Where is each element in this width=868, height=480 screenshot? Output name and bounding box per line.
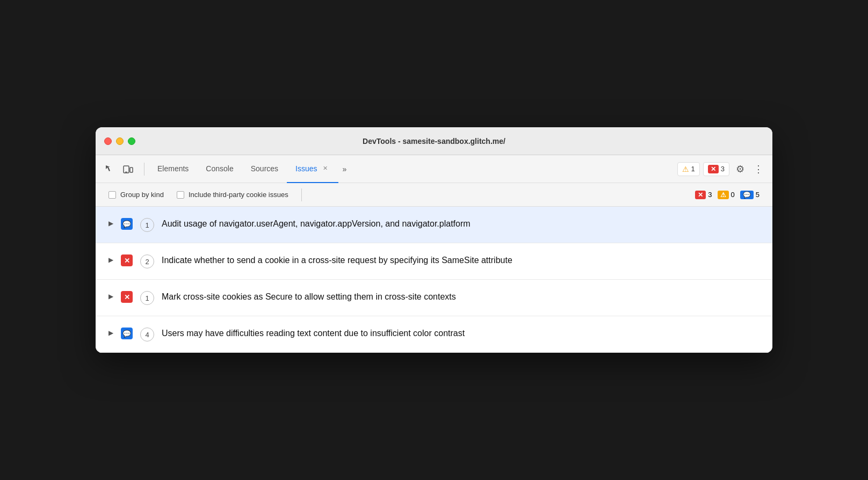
tab-elements[interactable]: Elements [149,155,197,183]
info-badge-count: 5 [756,191,760,199]
issue-type-icon: ✕ [121,254,133,266]
issue-row[interactable]: ▶ ✕ 2 Indicate whether to send a cookie … [96,243,772,280]
traffic-lights [104,137,135,145]
tab-issues-close[interactable]: ✕ [321,164,330,173]
tab-bar: Elements Console Sources Issues ✕ » [149,155,677,183]
title-bar: DevTools - samesite-sandbox.glitch.me/ [96,127,772,155]
issue-row[interactable]: ▶ ✕ 1 Mark cross-site cookies as Secure … [96,280,772,316]
warning-badge-button[interactable]: ⚠ 1 [677,162,700,176]
filter-divider [301,188,302,201]
third-party-checkbox[interactable] [177,191,184,199]
issue-count-badge: 1 [140,291,154,305]
error-badge-button[interactable]: ✕ 3 [703,162,729,176]
expand-icon: ▶ [108,220,113,227]
issue-text: Users may have difficulties reading text… [162,327,760,339]
warn-badge-count: 0 [731,191,735,199]
group-by-kind-checkbox[interactable] [108,191,116,199]
more-tabs-button[interactable]: » [338,155,351,183]
issue-text: Indicate whether to send a cookie in a c… [162,254,760,266]
expand-icon: ▶ [108,256,113,264]
close-button[interactable] [104,137,112,145]
issue-type-icon: ✕ [121,291,133,303]
filter-badges: ✕ 3 ⚠ 0 💬 5 [695,191,760,199]
toolbar-divider [144,163,144,176]
tab-sources[interactable]: Sources [242,155,287,183]
issue-row[interactable]: ▶ 💬 4 Users may have difficulties readin… [96,316,772,353]
toolbar: Elements Console Sources Issues ✕ » ⚠ 1 … [96,155,772,183]
more-options-button[interactable]: ⋮ [751,162,766,177]
error-icon: ✕ [708,165,719,173]
info-badge-icon: 💬 [740,191,754,199]
filter-bar: Group by kind Include third-party cookie… [96,183,772,207]
toolbar-icons [102,162,135,177]
error-badge-count: 3 [708,191,712,199]
info-filter-badge[interactable]: 💬 5 [740,191,760,199]
window-title: DevTools - samesite-sandbox.glitch.me/ [363,137,505,146]
warn-badge-icon: ⚠ [718,191,729,199]
tab-console[interactable]: Console [197,155,242,183]
issue-list: ▶ 💬 1 Audit usage of navigator.userAgent… [96,207,772,353]
error-filter-badge[interactable]: ✕ 3 [695,191,712,199]
expand-icon: ▶ [108,329,113,337]
toolbar-right: ⚠ 1 ✕ 3 ⚙ ⋮ [677,162,766,177]
group-by-kind-filter[interactable]: Group by kind [108,191,164,199]
settings-button[interactable]: ⚙ [733,162,748,177]
warning-count: 1 [691,165,695,173]
issue-type-icon: 💬 [121,328,133,339]
issue-count-badge: 1 [140,218,154,232]
issue-type-icon: 💬 [121,218,133,230]
issue-count-badge: 4 [140,328,154,341]
warning-icon: ⚠ [682,165,689,173]
devtools-window: DevTools - samesite-sandbox.glitch.me/ E… [96,127,772,353]
svg-rect-1 [130,168,133,172]
device-toolbar-button[interactable] [120,162,135,177]
inspect-element-button[interactable] [102,162,117,177]
expand-icon: ▶ [108,293,113,300]
maximize-button[interactable] [128,137,135,145]
error-count: 3 [721,165,725,173]
issue-text: Mark cross-site cookies as Secure to all… [162,290,760,303]
error-badge-icon: ✕ [695,191,706,199]
warn-filter-badge[interactable]: ⚠ 0 [718,191,735,199]
issue-count-badge: 2 [140,254,154,268]
issue-text: Audit usage of navigator.userAgent, navi… [162,217,760,230]
issue-row[interactable]: ▶ 💬 1 Audit usage of navigator.userAgent… [96,207,772,243]
minimize-button[interactable] [116,137,124,145]
third-party-filter[interactable]: Include third-party cookie issues [177,191,288,199]
tab-issues[interactable]: Issues ✕ [287,155,338,183]
